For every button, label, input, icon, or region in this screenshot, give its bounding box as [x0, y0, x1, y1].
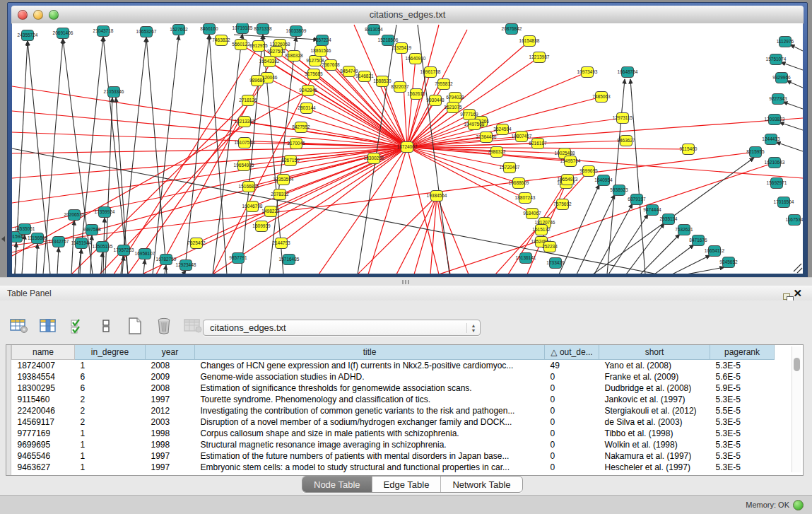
import-table-icon[interactable] — [182, 315, 204, 337]
tab-node-table[interactable]: Node Table — [302, 477, 372, 492]
graph-node[interactable]: 9463627 — [617, 136, 635, 146]
graph-edge[interactable] — [686, 267, 724, 274]
graph-node[interactable]: 8912955 — [249, 41, 268, 52]
graph-edge[interactable] — [640, 234, 680, 274]
citation-network-graph[interactable]: 2435572420691406210437181065326715276028… — [12, 23, 803, 274]
graph-node[interactable]: 15692971 — [767, 178, 787, 189]
graph-node[interactable]: 16033809 — [286, 26, 307, 37]
column-header[interactable]: in_degree — [75, 345, 146, 360]
graph-node[interactable]: 252234 — [542, 242, 558, 252]
select-all-rows-icon[interactable] — [66, 315, 88, 337]
graph-node[interactable]: 10654112 — [705, 246, 725, 257]
graph-edge[interactable] — [281, 147, 407, 243]
graph-node[interactable]: 1112976 — [777, 37, 794, 47]
graph-node[interactable]: 8471676 — [689, 235, 707, 246]
graph-node[interactable]: 20691406 — [53, 28, 73, 39]
graph-node[interactable]: 3175685 — [305, 69, 323, 80]
graph-node[interactable]: 9397588 — [83, 225, 101, 235]
graph-edge[interactable] — [12, 132, 407, 147]
graph-edge[interactable] — [276, 52, 407, 147]
graph-node[interactable]: 17016504 — [774, 197, 794, 208]
graph-node[interactable]: 7463822 — [212, 35, 230, 46]
graph-edge[interactable] — [779, 122, 803, 130]
graph-edge[interactable] — [608, 214, 648, 274]
graph-node[interactable]: 11156869 — [28, 233, 47, 244]
graph-node[interactable]: 10653267 — [136, 27, 157, 37]
graph-node[interactable]: 6879197 — [628, 194, 646, 205]
graph-edge[interactable] — [407, 147, 803, 178]
graph-node[interactable]: 2803144 — [298, 103, 316, 114]
graph-node[interactable]: 8427552 — [292, 122, 310, 133]
graph-node[interactable]: 1640954 — [594, 175, 613, 186]
graph-node[interactable]: 1733426 — [546, 258, 565, 269]
graph-node[interactable]: 12213383 — [235, 117, 255, 127]
graph-node[interactable]: 9857791 — [229, 253, 247, 264]
table-row[interactable]: 977716911998Corpus callosum shape and si… — [12, 428, 775, 439]
graph-node[interactable]: 8267150 — [281, 156, 300, 166]
node-layer[interactable]: 2435572420691406210437181065326715276028… — [12, 23, 803, 271]
node-table[interactable]: namein_degreeyeartitle△ out_de...shortpa… — [6, 344, 804, 476]
column-header[interactable]: short — [599, 345, 710, 360]
table-row[interactable]: 946554611997Estimation of the future num… — [12, 450, 775, 462]
graph-edge[interactable] — [368, 147, 407, 274]
column-header[interactable]: title — [195, 345, 545, 360]
create-table-icon[interactable] — [124, 315, 146, 337]
graph-node[interactable]: 8671338 — [254, 24, 272, 35]
table-row[interactable]: 2242004622012Investigating the contribut… — [12, 405, 775, 416]
graph-edge[interactable] — [626, 223, 664, 274]
graph-edge[interactable] — [630, 79, 645, 274]
memory-ok-indicator-icon[interactable] — [793, 500, 804, 510]
graph-edge[interactable] — [407, 118, 623, 147]
graph-node[interactable]: 7857224 — [313, 35, 331, 46]
graph-edge[interactable] — [101, 252, 102, 274]
graph-edge[interactable] — [783, 102, 803, 109]
graph-node[interactable]: 2078312 — [271, 189, 289, 200]
graph-node[interactable]: 10688609 — [509, 178, 529, 189]
table-row[interactable]: 1456911722003Disruption of a novel membe… — [12, 416, 775, 428]
graph-node[interactable]: 9474444 — [643, 205, 661, 216]
graph-node[interactable]: 989686 — [249, 76, 265, 86]
graph-node[interactable]: 10973493 — [577, 67, 598, 78]
graph-edge[interactable] — [308, 90, 407, 147]
table-row[interactable]: 1830029562008Estimation of significance … — [12, 382, 775, 394]
graph-edge[interactable] — [437, 196, 469, 274]
table-row[interactable]: 946362711997Embryonic stem cells: a mode… — [12, 462, 775, 473]
column-header[interactable]: pagerank — [710, 345, 775, 360]
graph-edge[interactable] — [797, 268, 802, 273]
graph-edge[interactable] — [396, 196, 437, 274]
graph-edge[interactable] — [241, 35, 263, 274]
graph-node[interactable]: 8215955 — [746, 147, 765, 158]
graph-edge[interactable] — [577, 194, 615, 274]
graph-edge[interactable] — [234, 35, 318, 40]
graph-node[interactable]: 7575692 — [553, 199, 572, 210]
table-row[interactable]: 1872400712008Changes of HCN gene express… — [12, 360, 775, 372]
delete-table-icon[interactable] — [153, 315, 175, 337]
graph-node[interactable]: 7485063 — [592, 92, 611, 103]
graph-node[interactable]: 9146821 — [355, 71, 374, 82]
graph-node[interactable]: 24355724 — [18, 30, 38, 41]
graph-node[interactable]: 6794028 — [446, 93, 464, 103]
graph-node[interactable]: 16154838 — [519, 36, 540, 47]
graph-node[interactable]: 3170045 — [287, 139, 305, 149]
graph-node[interactable]: 16958107 — [135, 249, 155, 259]
tab-network-table[interactable]: Network Table — [441, 477, 522, 492]
graph-edge[interactable] — [12, 147, 407, 153]
graph-node[interactable]: 7955812 — [435, 79, 453, 90]
window-titlebar[interactable]: citations_edges.txt — [11, 6, 804, 24]
graph-edge[interactable] — [143, 259, 145, 274]
graph-edge[interactable] — [358, 196, 437, 274]
graph-node[interactable]: 15720407 — [500, 163, 520, 173]
graph-node[interactable]: 15136141 — [516, 253, 536, 264]
table-type-tabs[interactable]: Node TableEdge TableNetwork Table — [302, 476, 523, 493]
graph-node[interactable]: 7625402 — [187, 238, 206, 249]
graph-node[interactable]: 1167534 — [786, 215, 803, 226]
column-header[interactable]: year — [146, 345, 195, 360]
show-hide-columns-icon[interactable] — [37, 315, 59, 337]
table-row[interactable]: 911546021997Tourette syndrome. Phenomeno… — [12, 394, 775, 405]
graph-edge[interactable] — [71, 221, 74, 274]
graph-node[interactable]: 21043718 — [93, 26, 114, 37]
graph-node[interactable]: 1588520 — [373, 76, 392, 87]
graph-edge[interactable] — [559, 185, 599, 274]
graph-edge[interactable] — [781, 62, 803, 70]
graph-node[interactable]: 12923448 — [176, 260, 196, 271]
